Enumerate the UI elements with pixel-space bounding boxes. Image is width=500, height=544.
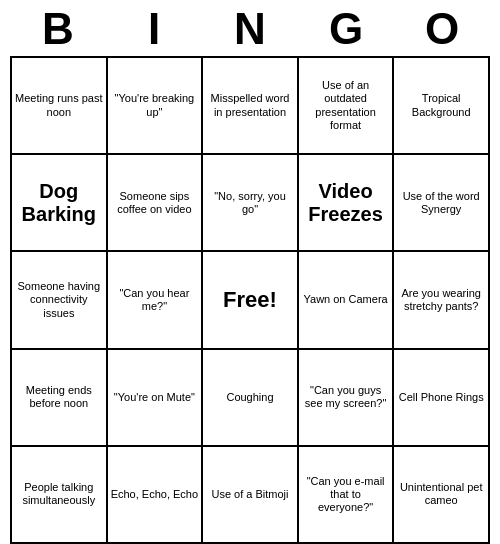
- bingo-letter-i: I: [110, 4, 198, 54]
- bingo-letter-n: N: [206, 4, 294, 54]
- bingo-cell-r1-c0[interactable]: Dog Barking: [12, 155, 108, 252]
- bingo-grid: Meeting runs past noon"You're breaking u…: [10, 56, 490, 544]
- bingo-cell-r4-c1[interactable]: Echo, Echo, Echo: [108, 447, 204, 544]
- bingo-cell-r3-c3[interactable]: "Can you guys see my screen?": [299, 350, 395, 447]
- bingo-cell-r0-c0[interactable]: Meeting runs past noon: [12, 58, 108, 155]
- bingo-cell-r4-c4[interactable]: Unintentional pet cameo: [394, 447, 490, 544]
- bingo-cell-r0-c3[interactable]: Use of an outdated presentation format: [299, 58, 395, 155]
- bingo-cell-r2-c2[interactable]: Free!: [203, 252, 299, 349]
- bingo-letter-o: O: [398, 4, 486, 54]
- bingo-cell-r2-c4[interactable]: Are you wearing stretchy pants?: [394, 252, 490, 349]
- bingo-cell-r3-c2[interactable]: Coughing: [203, 350, 299, 447]
- bingo-cell-r1-c3[interactable]: Video Freezes: [299, 155, 395, 252]
- bingo-letter-b: B: [14, 4, 102, 54]
- bingo-cell-r2-c3[interactable]: Yawn on Camera: [299, 252, 395, 349]
- bingo-cell-r1-c2[interactable]: "No, sorry, you go": [203, 155, 299, 252]
- bingo-cell-r3-c0[interactable]: Meeting ends before noon: [12, 350, 108, 447]
- bingo-cell-r4-c2[interactable]: Use of a Bitmoji: [203, 447, 299, 544]
- bingo-cell-r0-c2[interactable]: Misspelled word in presentation: [203, 58, 299, 155]
- bingo-cell-r0-c4[interactable]: Tropical Background: [394, 58, 490, 155]
- bingo-cell-r4-c3[interactable]: "Can you e-mail that to everyone?": [299, 447, 395, 544]
- bingo-cell-r3-c1[interactable]: "You're on Mute": [108, 350, 204, 447]
- bingo-cell-r0-c1[interactable]: "You're breaking up": [108, 58, 204, 155]
- bingo-cell-r2-c0[interactable]: Someone having connectivity issues: [12, 252, 108, 349]
- bingo-cell-r1-c4[interactable]: Use of the word Synergy: [394, 155, 490, 252]
- bingo-title-row: BINGO: [10, 0, 490, 56]
- bingo-cell-r4-c0[interactable]: People talking simultaneously: [12, 447, 108, 544]
- bingo-letter-g: G: [302, 4, 390, 54]
- bingo-cell-r1-c1[interactable]: Someone sips coffee on video: [108, 155, 204, 252]
- bingo-cell-r3-c4[interactable]: Cell Phone Rings: [394, 350, 490, 447]
- bingo-cell-r2-c1[interactable]: "Can you hear me?": [108, 252, 204, 349]
